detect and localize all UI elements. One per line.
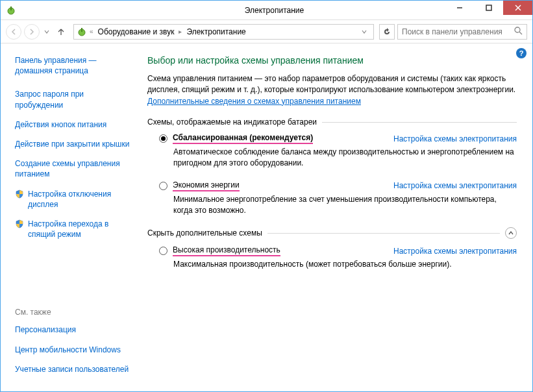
plan-saver-settings-link[interactable]: Настройка схемы электропитания bbox=[393, 181, 517, 190]
breadcrumb-item-1[interactable]: Оборудование и звук bbox=[96, 27, 177, 36]
svg-line-9 bbox=[519, 32, 522, 34]
history-dropdown[interactable] bbox=[42, 24, 51, 40]
sidebar-create-plan[interactable]: Создание схемы управления питанием bbox=[15, 158, 132, 179]
sidebar-wake-password[interactable]: Запрос пароля при пробуждении bbox=[15, 89, 132, 110]
see-also-header: См. также bbox=[15, 308, 132, 317]
close-button[interactable] bbox=[503, 1, 532, 15]
sidebar-lid-action[interactable]: Действие при закрытии крышки bbox=[15, 139, 132, 149]
svg-rect-3 bbox=[486, 5, 491, 10]
plan-balanced-radio[interactable]: Сбалансированная (рекомендуется) bbox=[159, 133, 313, 144]
page-description: Схема управления питанием — это набор па… bbox=[147, 73, 517, 107]
sidebar-sleep[interactable]: Настройка перехода в спящий режим bbox=[15, 219, 132, 239]
help-icon[interactable]: ? bbox=[516, 48, 527, 58]
back-button[interactable] bbox=[6, 24, 21, 40]
svg-point-8 bbox=[515, 27, 520, 32]
app-icon bbox=[6, 5, 16, 16]
page-title: Выбор или настройка схемы управления пит… bbox=[147, 55, 517, 66]
up-button[interactable] bbox=[54, 25, 68, 39]
breadcrumb[interactable]: « Оборудование и звук ▸ Электропитание bbox=[73, 24, 374, 40]
svg-rect-7 bbox=[81, 28, 82, 32]
plan-saver-radio[interactable]: Экономия энергии bbox=[159, 180, 240, 191]
sidebar-personalization[interactable]: Персонализация bbox=[15, 325, 132, 335]
plan-balanced: Сбалансированная (рекомендуется) Настрой… bbox=[159, 133, 517, 169]
search-input[interactable] bbox=[402, 27, 506, 36]
plan-high-performance: Высокая производительность Настройка схе… bbox=[159, 245, 517, 270]
sidebar-sleep-label: Настройка перехода в спящий режим bbox=[28, 219, 132, 239]
plan-high-desc: Максимальная производительность (может п… bbox=[173, 259, 517, 270]
sidebar-home[interactable]: Панель управления — домашняя страница bbox=[15, 55, 132, 76]
shield-icon bbox=[15, 190, 24, 199]
sidebar: Панель управления — домашняя страница За… bbox=[1, 43, 141, 391]
chevron-right-icon: ▸ bbox=[179, 28, 182, 35]
search-icon[interactable] bbox=[514, 27, 523, 37]
toolbar: « Оборудование и звук ▸ Электропитание bbox=[1, 20, 532, 43]
maximize-button[interactable] bbox=[474, 1, 503, 15]
content: Панель управления — домашняя страница За… bbox=[1, 43, 532, 391]
radio-icon bbox=[159, 247, 167, 255]
breadcrumb-sep: « bbox=[90, 28, 93, 35]
section-additional-plans: Скрыть дополнительные схемы bbox=[147, 227, 517, 239]
section-battery-plans: Схемы, отображаемые на индикаторе батаре… bbox=[147, 117, 517, 127]
titlebar: Электропитание bbox=[1, 1, 532, 20]
plan-balanced-desc: Автоматическое соблюдение баланса между … bbox=[173, 147, 517, 169]
plan-balanced-settings-link[interactable]: Настройка схемы электропитания bbox=[393, 134, 517, 143]
shield-icon bbox=[15, 219, 24, 228]
sidebar-display-off-label: Настройка отключения дисплея bbox=[28, 189, 132, 210]
minimize-button[interactable] bbox=[445, 1, 474, 15]
sidebar-button-actions[interactable]: Действия кнопок питания bbox=[15, 119, 132, 130]
svg-rect-1 bbox=[10, 6, 12, 10]
main-pane: Выбор или настройка схемы управления пит… bbox=[141, 43, 532, 391]
breadcrumb-dropdown[interactable] bbox=[358, 27, 371, 36]
collapse-button[interactable] bbox=[505, 227, 517, 239]
radio-icon bbox=[159, 182, 167, 190]
plan-high-radio[interactable]: Высокая производительность bbox=[159, 245, 280, 256]
plan-saver: Экономия энергии Настройка схемы электро… bbox=[159, 180, 517, 216]
window-controls bbox=[445, 1, 532, 15]
learn-more-link[interactable]: Дополнительные сведения о схемах управле… bbox=[147, 97, 361, 106]
sidebar-display-off[interactable]: Настройка отключения дисплея bbox=[15, 189, 132, 210]
search-box[interactable] bbox=[397, 24, 527, 40]
sidebar-mobility[interactable]: Центр мобильности Windows bbox=[15, 345, 132, 355]
radio-icon bbox=[159, 134, 167, 143]
refresh-button[interactable] bbox=[379, 24, 395, 40]
forward-button[interactable] bbox=[24, 24, 40, 40]
plan-high-settings-link[interactable]: Настройка схемы электропитания bbox=[393, 247, 517, 256]
sidebar-accounts[interactable]: Учетные записи пользователей bbox=[15, 364, 132, 374]
plan-saver-desc: Минимальное энергопотребление за счет ум… bbox=[173, 194, 517, 216]
breadcrumb-item-2[interactable]: Электропитание bbox=[184, 27, 247, 36]
breadcrumb-icon bbox=[77, 27, 87, 37]
